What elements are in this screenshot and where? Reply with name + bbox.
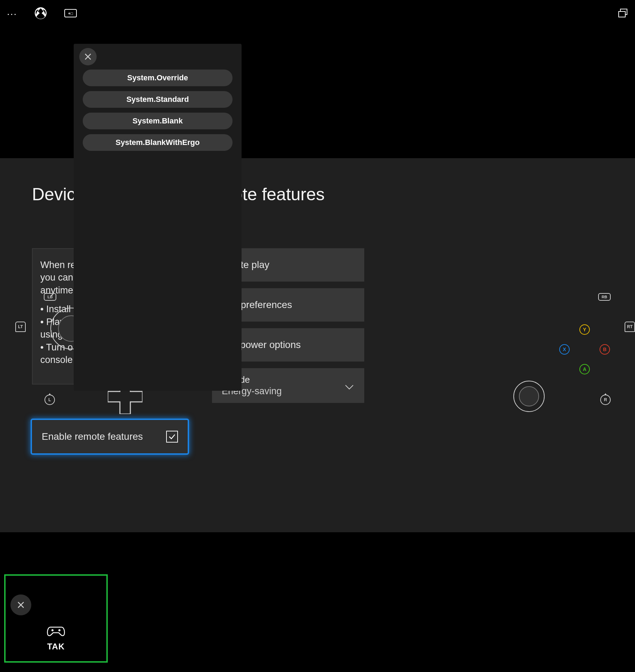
controller-icon <box>47 624 65 638</box>
y-button[interactable]: Y <box>579 324 590 335</box>
item-label: System.Standard <box>127 95 189 104</box>
svg-point-5 <box>51 629 54 631</box>
enable-remote-features-checkbox[interactable]: Enable remote features <box>31 419 189 455</box>
item-label: System.Override <box>127 73 188 82</box>
close-panel-button[interactable] <box>79 48 97 65</box>
lt-trigger-icon: LT <box>15 322 26 332</box>
page-title-left-fragment: Devic <box>32 184 75 204</box>
system-layout-panel: System.Override System.Standard System.B… <box>74 44 242 391</box>
option-label: r mode <box>222 374 355 385</box>
close-icon <box>17 601 25 609</box>
more-menu-button[interactable]: ··· <box>7 8 17 19</box>
page-title-right-fragment: ote features <box>233 184 325 204</box>
svg-point-6 <box>58 629 60 631</box>
right-analog-stick[interactable] <box>513 381 545 412</box>
a-button[interactable]: A <box>579 364 590 374</box>
b-button[interactable]: B <box>600 344 610 355</box>
svg-text:+□: +□ <box>68 11 73 16</box>
checkbox-label: Enable remote features <box>42 431 143 442</box>
rt-trigger-icon: RT <box>625 322 635 332</box>
x-button[interactable]: X <box>559 344 570 355</box>
multi-window-icon[interactable] <box>618 14 628 19</box>
system-layout-item[interactable]: System.BlankWithErgo <box>83 134 233 151</box>
checkmark-icon <box>168 432 176 441</box>
tak-controller-card[interactable]: TAK <box>4 574 108 663</box>
top-bar: ··· +□ <box>0 0 635 28</box>
tak-label: TAK <box>47 642 65 651</box>
system-layout-list: System.Override System.Standard System.B… <box>79 70 236 151</box>
xbox-logo-icon[interactable] <box>34 7 47 21</box>
system-layout-item[interactable]: System.Standard <box>83 91 233 108</box>
svg-rect-4 <box>619 11 625 17</box>
info-line: When re <box>40 260 76 270</box>
option-value: Energy-saving <box>222 386 355 397</box>
r-stick-click-icon: R <box>600 395 611 405</box>
chevron-down-icon <box>345 381 354 392</box>
stream-status-icon[interactable]: +□ <box>64 9 77 19</box>
system-layout-item[interactable]: System.Override <box>83 70 233 86</box>
item-label: System.BlankWithErgo <box>116 138 200 147</box>
close-tak-button[interactable] <box>10 594 31 615</box>
item-label: System.Blank <box>132 116 182 126</box>
info-bullet: console <box>40 355 73 365</box>
close-icon <box>84 53 92 60</box>
system-layout-item[interactable]: System.Blank <box>83 113 233 129</box>
l-stick-click-icon: L <box>44 395 55 405</box>
rb-bumper-icon: RB <box>598 293 611 301</box>
checkbox-box <box>166 431 178 443</box>
lb-bumper-icon: LB <box>44 293 56 301</box>
info-line: you can <box>40 272 73 283</box>
